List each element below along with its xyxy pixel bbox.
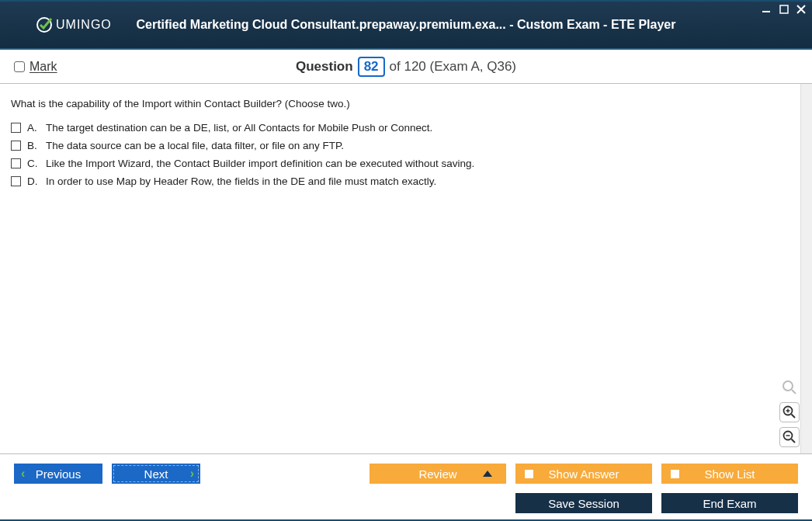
checkbox-icon [11, 123, 21, 133]
svg-rect-2 [780, 5, 788, 13]
svg-line-4 [792, 390, 796, 394]
logo: UMINGO [36, 16, 112, 33]
checkbox-icon [11, 176, 21, 186]
next-label: Next [144, 467, 168, 481]
minimize-button[interactable] [761, 3, 773, 16]
svg-line-10 [792, 439, 796, 443]
triangle-up-icon [483, 471, 492, 477]
question-text: What is the capability of the Import wit… [11, 98, 789, 109]
question-header: Mark Question 82 of 120 (Exam A, Q36) [0, 50, 812, 84]
save-session-button[interactable]: Save Session [515, 493, 652, 513]
window-controls [761, 3, 807, 16]
square-icon [671, 470, 679, 478]
question-number: 82 [358, 57, 385, 77]
answer-letter: C. [27, 158, 40, 169]
previous-label: Previous [36, 467, 81, 481]
question-info: Question 82 of 120 (Exam A, Q36) [296, 57, 516, 77]
review-button[interactable]: Review [370, 464, 506, 484]
zoom-tools [779, 377, 800, 447]
checkbox-icon [14, 61, 25, 72]
answer-option[interactable]: D.In order to use Map by Header Row, the… [11, 175, 789, 187]
answer-letter: B. [27, 140, 40, 151]
next-button[interactable]: Next › [112, 464, 200, 484]
button-row-2: Save Session End Exam [0, 487, 812, 519]
answer-option[interactable]: C.Like the Import Wizard, the Contact Bu… [11, 158, 789, 169]
square-icon [525, 470, 533, 478]
answer-option[interactable]: A.The target destination can be a DE, li… [11, 122, 789, 134]
svg-line-6 [792, 415, 796, 419]
answer-option[interactable]: B.The data source can be a local file, d… [11, 140, 789, 151]
mark-label: Mark [29, 60, 57, 74]
show-answer-button[interactable]: Show Answer [515, 464, 652, 484]
titlebar: UMINGO Certified Marketing Cloud Consult… [0, 2, 812, 50]
zoom-in-button[interactable] [779, 402, 800, 422]
review-label: Review [418, 467, 456, 481]
chevron-right-icon: › [190, 467, 194, 481]
mark-checkbox[interactable]: Mark [14, 60, 57, 74]
close-button[interactable] [795, 3, 807, 16]
logo-checkmark-icon [36, 16, 53, 33]
answers-list: A.The target destination can be a DE, li… [11, 122, 789, 187]
previous-button[interactable]: ‹ Previous [14, 464, 102, 484]
window-title: Certified Marketing Cloud Consultant.pre… [137, 18, 676, 32]
chevron-left-icon: ‹ [21, 467, 25, 481]
search-icon[interactable] [779, 377, 800, 398]
answer-text: In order to use Map by Header Row, the f… [46, 175, 436, 187]
answer-text: The data source can be a local file, dat… [46, 140, 344, 151]
show-list-label: Show List [704, 467, 755, 481]
question-of-text: of 120 (Exam A, Q36) [390, 59, 516, 75]
svg-rect-1 [762, 11, 770, 12]
checkbox-icon [11, 141, 21, 151]
show-list-button[interactable]: Show List [661, 464, 798, 484]
question-content: What is the capability of the Import wit… [0, 84, 800, 453]
button-row-1: ‹ Previous Next › Review Show Answer Sho… [0, 454, 812, 487]
end-exam-button[interactable]: End Exam [661, 493, 798, 513]
answer-text: Like the Import Wizard, the Contact Buil… [46, 158, 474, 169]
logo-text: UMINGO [56, 18, 112, 32]
maximize-button[interactable] [778, 3, 790, 16]
answer-letter: A. [27, 122, 40, 134]
app-window: UMINGO Certified Marketing Cloud Consult… [0, 0, 812, 521]
answer-text: The target destination can be a DE, list… [46, 122, 432, 134]
answer-letter: D. [27, 175, 40, 187]
save-session-label: Save Session [548, 497, 619, 510]
scrollbar[interactable] [800, 84, 812, 453]
show-answer-label: Show Answer [549, 467, 619, 481]
content-area: What is the capability of the Import wit… [0, 84, 812, 454]
zoom-out-button[interactable] [779, 427, 800, 447]
svg-point-3 [783, 381, 793, 391]
checkbox-icon [11, 158, 21, 168]
question-label: Question [296, 59, 353, 75]
end-exam-label: End Exam [703, 497, 756, 510]
